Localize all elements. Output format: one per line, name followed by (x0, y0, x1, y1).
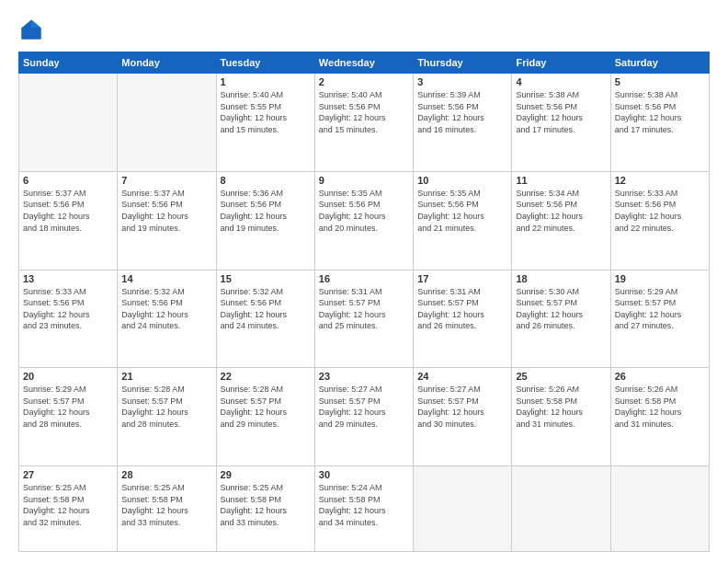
day-number: 27 (23, 469, 113, 480)
day-info: Sunrise: 5:25 AM Sunset: 5:58 PM Dayligh… (23, 482, 113, 528)
day-number: 4 (516, 76, 606, 87)
day-number: 11 (516, 175, 606, 186)
day-number: 25 (516, 371, 606, 382)
day-number: 2 (319, 76, 409, 87)
day-number: 14 (121, 273, 211, 284)
calendar-cell: 24Sunrise: 5:27 AM Sunset: 5:57 PM Dayli… (414, 368, 512, 466)
day-info: Sunrise: 5:32 AM Sunset: 5:56 PM Dayligh… (121, 286, 211, 332)
calendar-cell: 28Sunrise: 5:25 AM Sunset: 5:58 PM Dayli… (118, 466, 216, 552)
day-number: 17 (417, 273, 507, 284)
day-number: 26 (615, 371, 705, 382)
day-info: Sunrise: 5:25 AM Sunset: 5:58 PM Dayligh… (221, 482, 311, 528)
day-info: Sunrise: 5:33 AM Sunset: 5:56 PM Dayligh… (23, 286, 113, 332)
weekday-header-row: SundayMondayTuesdayWednesdayThursdayFrid… (19, 52, 710, 74)
calendar-cell: 26Sunrise: 5:26 AM Sunset: 5:58 PM Dayli… (610, 368, 709, 466)
day-number: 20 (23, 371, 113, 382)
day-info: Sunrise: 5:26 AM Sunset: 5:58 PM Dayligh… (516, 384, 606, 430)
weekday-header-monday: Monday (118, 52, 216, 74)
day-number: 21 (121, 371, 211, 382)
page: SundayMondayTuesdayWednesdayThursdayFrid… (0, 0, 728, 563)
day-number: 23 (319, 371, 409, 382)
day-info: Sunrise: 5:29 AM Sunset: 5:57 PM Dayligh… (23, 384, 113, 430)
day-number: 7 (121, 175, 211, 186)
day-number: 10 (417, 175, 507, 186)
weekday-header-wednesday: Wednesday (314, 52, 413, 74)
day-number: 22 (221, 371, 311, 382)
calendar-cell: 10Sunrise: 5:35 AM Sunset: 5:56 PM Dayli… (414, 171, 512, 270)
calendar-cell (19, 74, 118, 172)
day-info: Sunrise: 5:28 AM Sunset: 5:57 PM Dayligh… (121, 384, 211, 430)
day-number: 13 (23, 273, 113, 284)
day-number: 19 (615, 273, 705, 284)
day-info: Sunrise: 5:33 AM Sunset: 5:56 PM Dayligh… (615, 188, 705, 234)
day-info: Sunrise: 5:24 AM Sunset: 5:58 PM Dayligh… (319, 482, 409, 528)
day-info: Sunrise: 5:37 AM Sunset: 5:56 PM Dayligh… (23, 188, 113, 234)
day-info: Sunrise: 5:26 AM Sunset: 5:58 PM Dayligh… (615, 384, 705, 430)
calendar-cell: 18Sunrise: 5:30 AM Sunset: 5:57 PM Dayli… (512, 270, 610, 368)
day-info: Sunrise: 5:29 AM Sunset: 5:57 PM Dayligh… (615, 286, 705, 332)
day-number: 6 (23, 175, 113, 186)
svg-marker-1 (31, 20, 41, 29)
day-number: 16 (319, 273, 409, 284)
day-number: 1 (221, 76, 311, 87)
day-info: Sunrise: 5:27 AM Sunset: 5:57 PM Dayligh… (319, 384, 409, 430)
weekday-header-sunday: Sunday (19, 52, 118, 74)
calendar-cell: 9Sunrise: 5:35 AM Sunset: 5:56 PM Daylig… (314, 171, 413, 270)
calendar-cell: 4Sunrise: 5:38 AM Sunset: 5:56 PM Daylig… (512, 74, 610, 172)
calendar-cell (118, 74, 216, 172)
day-info: Sunrise: 5:31 AM Sunset: 5:57 PM Dayligh… (417, 286, 507, 332)
calendar-cell: 22Sunrise: 5:28 AM Sunset: 5:57 PM Dayli… (216, 368, 314, 466)
calendar-week-row: 27Sunrise: 5:25 AM Sunset: 5:58 PM Dayli… (19, 466, 710, 552)
calendar-cell: 13Sunrise: 5:33 AM Sunset: 5:56 PM Dayli… (19, 270, 118, 368)
calendar-cell: 25Sunrise: 5:26 AM Sunset: 5:58 PM Dayli… (512, 368, 610, 466)
day-info: Sunrise: 5:37 AM Sunset: 5:56 PM Dayligh… (121, 188, 211, 234)
calendar-week-row: 6Sunrise: 5:37 AM Sunset: 5:56 PM Daylig… (19, 171, 710, 270)
day-number: 9 (319, 175, 409, 186)
day-info: Sunrise: 5:38 AM Sunset: 5:56 PM Dayligh… (615, 89, 705, 135)
day-info: Sunrise: 5:35 AM Sunset: 5:56 PM Dayligh… (417, 188, 507, 234)
logo (18, 17, 48, 42)
calendar-cell: 7Sunrise: 5:37 AM Sunset: 5:56 PM Daylig… (118, 171, 216, 270)
calendar-header: SundayMondayTuesdayWednesdayThursdayFrid… (19, 52, 710, 74)
day-info: Sunrise: 5:25 AM Sunset: 5:58 PM Dayligh… (121, 482, 211, 528)
calendar-cell (414, 466, 512, 552)
calendar-cell: 12Sunrise: 5:33 AM Sunset: 5:56 PM Dayli… (610, 171, 709, 270)
calendar-cell: 1Sunrise: 5:40 AM Sunset: 5:55 PM Daylig… (216, 74, 314, 172)
day-number: 24 (417, 371, 507, 382)
calendar-cell: 15Sunrise: 5:32 AM Sunset: 5:56 PM Dayli… (216, 270, 314, 368)
day-number: 30 (319, 469, 409, 480)
calendar-cell: 11Sunrise: 5:34 AM Sunset: 5:56 PM Dayli… (512, 171, 610, 270)
calendar-cell: 20Sunrise: 5:29 AM Sunset: 5:57 PM Dayli… (19, 368, 118, 466)
calendar-body: 1Sunrise: 5:40 AM Sunset: 5:55 PM Daylig… (19, 74, 710, 552)
day-info: Sunrise: 5:31 AM Sunset: 5:57 PM Dayligh… (319, 286, 409, 332)
day-info: Sunrise: 5:39 AM Sunset: 5:56 PM Dayligh… (417, 89, 507, 135)
calendar-cell: 16Sunrise: 5:31 AM Sunset: 5:57 PM Dayli… (314, 270, 413, 368)
day-number: 18 (516, 273, 606, 284)
calendar-week-row: 20Sunrise: 5:29 AM Sunset: 5:57 PM Dayli… (19, 368, 710, 466)
calendar-cell: 6Sunrise: 5:37 AM Sunset: 5:56 PM Daylig… (19, 171, 118, 270)
svg-rect-2 (22, 28, 41, 39)
calendar-cell: 21Sunrise: 5:28 AM Sunset: 5:57 PM Dayli… (118, 368, 216, 466)
calendar-cell (610, 466, 709, 552)
day-number: 12 (615, 175, 705, 186)
day-number: 28 (121, 469, 211, 480)
calendar-cell: 14Sunrise: 5:32 AM Sunset: 5:56 PM Dayli… (118, 270, 216, 368)
day-info: Sunrise: 5:38 AM Sunset: 5:56 PM Dayligh… (516, 89, 606, 135)
header (18, 17, 710, 42)
calendar-cell: 27Sunrise: 5:25 AM Sunset: 5:58 PM Dayli… (19, 466, 118, 552)
calendar-cell: 29Sunrise: 5:25 AM Sunset: 5:58 PM Dayli… (216, 466, 314, 552)
weekday-header-friday: Friday (512, 52, 610, 74)
calendar-cell (512, 466, 610, 552)
weekday-header-thursday: Thursday (414, 52, 512, 74)
day-number: 15 (221, 273, 311, 284)
day-info: Sunrise: 5:34 AM Sunset: 5:56 PM Dayligh… (516, 188, 606, 234)
weekday-header-saturday: Saturday (610, 52, 709, 74)
day-number: 3 (417, 76, 507, 87)
calendar-cell: 3Sunrise: 5:39 AM Sunset: 5:56 PM Daylig… (414, 74, 512, 172)
day-info: Sunrise: 5:35 AM Sunset: 5:56 PM Dayligh… (319, 188, 409, 234)
calendar-week-row: 13Sunrise: 5:33 AM Sunset: 5:56 PM Dayli… (19, 270, 710, 368)
day-info: Sunrise: 5:28 AM Sunset: 5:57 PM Dayligh… (221, 384, 311, 430)
day-info: Sunrise: 5:27 AM Sunset: 5:57 PM Dayligh… (417, 384, 507, 430)
calendar-table: SundayMondayTuesdayWednesdayThursdayFrid… (18, 52, 710, 552)
day-info: Sunrise: 5:40 AM Sunset: 5:56 PM Dayligh… (319, 89, 409, 135)
